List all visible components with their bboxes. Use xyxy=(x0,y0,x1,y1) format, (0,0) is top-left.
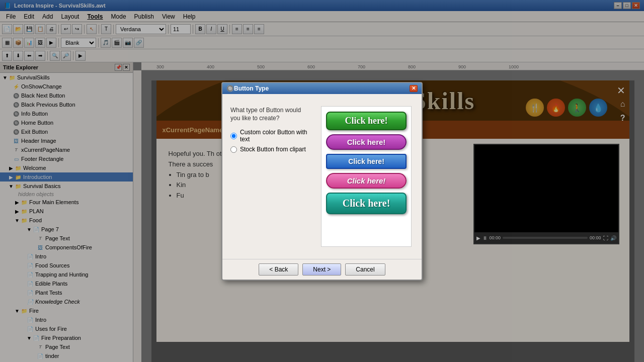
modal-overlay: 🔘 Button Type ✕ What type of Button woul… xyxy=(0,0,644,362)
btn-preview-green[interactable]: Click here! xyxy=(326,112,407,130)
radio-stock-label: Stock Button from clipart xyxy=(240,146,306,153)
modal-left-panel: What type of Button would you like to cr… xyxy=(230,102,311,251)
radio-custom-button[interactable]: Custom color Button with text xyxy=(230,129,311,143)
modal-title-icon: 🔘 xyxy=(226,85,234,92)
modal-radio-group: Custom color Button with text Stock Butt… xyxy=(230,129,311,153)
btn-preview-purple[interactable]: Click here! xyxy=(326,134,407,150)
radio-custom-input[interactable] xyxy=(230,133,237,139)
modal-right-panel: Click here! Click here! Click here! Clic… xyxy=(319,102,414,251)
radio-custom-label: Custom color Button with text xyxy=(240,129,311,143)
modal-title-text: Button Type xyxy=(234,85,269,92)
modal-title-bar: 🔘 Button Type ✕ xyxy=(222,83,422,94)
modal-cancel-button[interactable]: Cancel xyxy=(345,263,385,276)
button-type-dialog: 🔘 Button Type ✕ What type of Button woul… xyxy=(221,82,423,281)
radio-stock-button[interactable]: Stock Button from clipart xyxy=(230,146,311,153)
btn-preview-blue[interactable]: Click here! xyxy=(326,154,407,169)
modal-next-button[interactable]: Next > xyxy=(302,263,341,276)
modal-back-button[interactable]: < Back xyxy=(259,263,298,276)
btn-preview-pink[interactable]: Click here! xyxy=(326,173,407,189)
modal-question: What type of Button would you like to cr… xyxy=(230,106,311,123)
modal-footer: < Back Next > Cancel xyxy=(222,259,422,280)
btn-preview-teal[interactable]: Click here! xyxy=(326,193,407,214)
button-preview-area: Click here! Click here! Click here! Clic… xyxy=(321,106,412,247)
modal-body: What type of Button would you like to cr… xyxy=(222,94,422,259)
modal-close-button[interactable]: ✕ xyxy=(410,85,418,92)
radio-stock-input[interactable] xyxy=(230,146,237,153)
